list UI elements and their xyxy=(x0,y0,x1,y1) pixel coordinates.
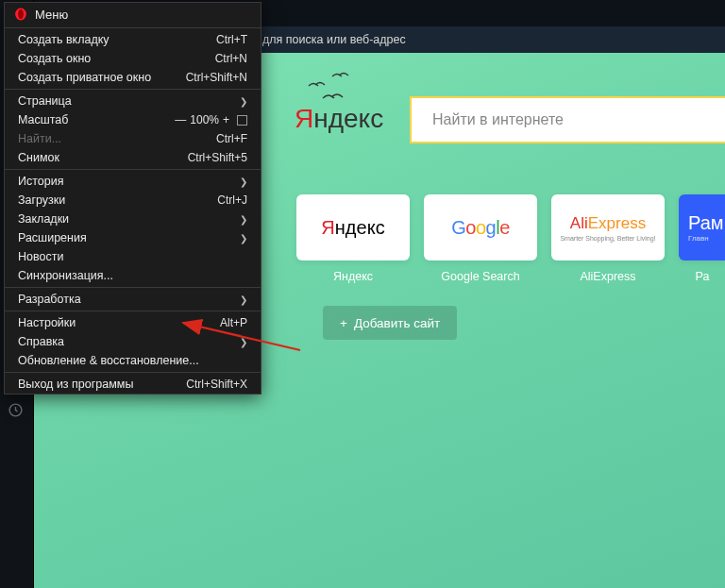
menu-item-снимок[interactable]: СнимокCtrl+Shift+5 xyxy=(5,148,261,167)
menu-item-история[interactable]: История❯ xyxy=(5,172,261,191)
menu-item-расширения[interactable]: Расширения❯ xyxy=(5,228,261,247)
chevron-right-icon: ❯ xyxy=(240,294,247,305)
menu-item-страница[interactable]: Страница❯ xyxy=(5,92,261,110)
chevron-right-icon: ❯ xyxy=(240,176,247,187)
tile-label: Яндекс xyxy=(333,270,373,283)
address-placeholder: для поиска или веб-адрес xyxy=(262,33,406,46)
annotation-arrow xyxy=(177,317,310,355)
menu-item-загрузки[interactable]: ЗагрузкиCtrl+J xyxy=(5,191,261,210)
tile-label: Google Search xyxy=(441,270,519,283)
menu-item-создать-приватное-окно[interactable]: Создать приватное окноCtrl+Shift+N xyxy=(5,68,261,87)
menu-item-найти-: Найти...Ctrl+F xyxy=(5,129,261,148)
menu-item-новости[interactable]: Новости xyxy=(5,247,261,266)
fullscreen-icon xyxy=(237,115,247,126)
svg-point-2 xyxy=(18,9,24,20)
tile-google[interactable]: Google Google Search xyxy=(424,194,537,283)
chevron-right-icon: ❯ xyxy=(240,214,247,225)
menu-item-создать-вкладку[interactable]: Создать вкладкуCtrl+T xyxy=(5,30,261,49)
opera-icon xyxy=(14,8,27,21)
chevron-right-icon: ❯ xyxy=(240,96,247,107)
menu-item-создать-окно[interactable]: Создать окноCtrl+N xyxy=(5,49,261,68)
yandex-logo: Яндекс xyxy=(295,104,383,134)
menu-item-разработка[interactable]: Разработка❯ xyxy=(5,290,261,309)
svg-line-4 xyxy=(183,323,300,350)
search-input[interactable]: Найти в интернете xyxy=(410,96,725,143)
tile-label: Ра xyxy=(696,270,710,283)
menu-item-закладки[interactable]: Закладки❯ xyxy=(5,210,261,228)
menu-item-синхронизация-[interactable]: Синхронизация... xyxy=(5,266,261,285)
tile-label: AliExpress xyxy=(580,270,635,283)
speed-dial-tiles: Яндекс Яндекс Google Google Search AliEx… xyxy=(296,194,725,283)
history-clock-icon[interactable] xyxy=(8,402,24,421)
add-site-label: Добавить сайт xyxy=(354,316,440,330)
plus-icon: + xyxy=(340,316,347,330)
tile-yandex[interactable]: Яндекс Яндекс xyxy=(296,194,410,283)
menu-item-масштаб[interactable]: Масштаб— 100% + xyxy=(5,110,261,129)
tile-rambler[interactable]: Рам Главн Ра xyxy=(679,194,725,283)
menu-item-выход-из-программы[interactable]: Выход из программыCtrl+Shift+X xyxy=(5,375,261,394)
add-site-button[interactable]: + Добавить сайт xyxy=(323,306,457,340)
menu-header: Меню xyxy=(5,3,261,25)
tile-aliexpress[interactable]: AliExpress Smarter Shopping, Better Livi… xyxy=(551,194,665,283)
search-placeholder: Найти в интернете xyxy=(432,111,564,128)
chevron-right-icon: ❯ xyxy=(240,233,247,244)
